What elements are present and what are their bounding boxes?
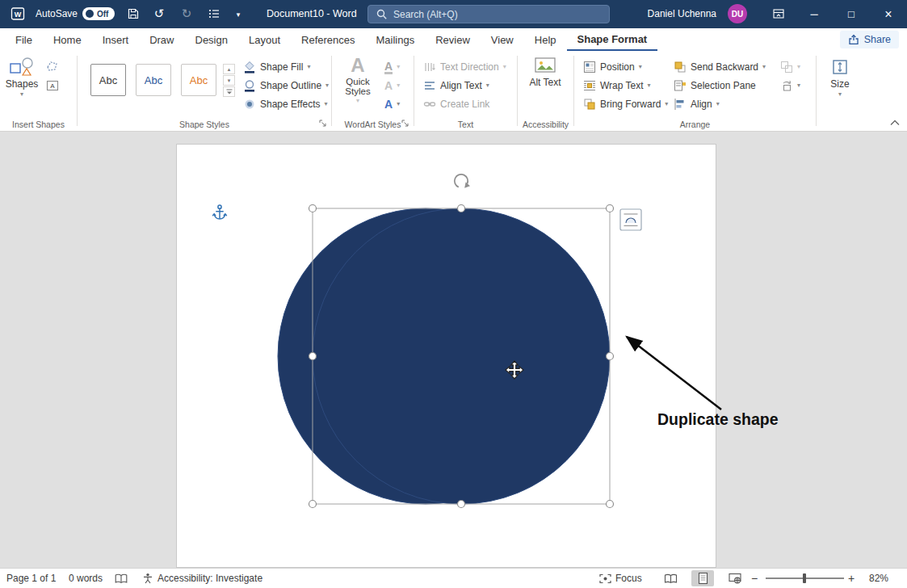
print-layout-icon bbox=[698, 572, 708, 585]
resize-handle-bottom-center[interactable] bbox=[458, 501, 465, 508]
resize-handle-middle-left[interactable] bbox=[309, 353, 317, 360]
oval-shape-front[interactable] bbox=[313, 208, 610, 504]
tab-references[interactable]: References bbox=[291, 28, 365, 51]
tab-mailings[interactable]: Mailings bbox=[366, 28, 426, 51]
chevron-up-icon bbox=[890, 120, 900, 126]
zoom-slider-thumb[interactable] bbox=[803, 573, 806, 583]
align-button[interactable]: Align ▾ bbox=[671, 95, 722, 113]
zoom-level[interactable]: 82% bbox=[869, 569, 888, 588]
word-app-icon[interactable]: W bbox=[10, 6, 25, 24]
chevron-down-icon: ▾ bbox=[648, 82, 651, 89]
position-icon bbox=[583, 61, 596, 74]
view-print-layout-button[interactable] bbox=[691, 570, 714, 586]
text-effects-button[interactable]: A ▾ bbox=[382, 95, 402, 113]
save-button[interactable] bbox=[123, 5, 144, 23]
redo-button[interactable]: ↻ bbox=[176, 5, 197, 23]
align-text-button[interactable]: Align Text ▾ bbox=[421, 77, 492, 94]
view-read-mode-button[interactable] bbox=[659, 570, 682, 586]
group-text: Text Direction ▾ Align Text ▾ Create Lin… bbox=[414, 51, 517, 132]
styles-scroll-up-button[interactable]: ▴ bbox=[223, 64, 235, 74]
shape-fill-button[interactable]: Shape Fill ▾ bbox=[241, 58, 313, 76]
statusbar: Page 1 of 1 0 words Accessibility: Inves… bbox=[0, 568, 907, 588]
shape-outline-button[interactable]: Shape Outline ▾ bbox=[241, 77, 331, 94]
shapes-label: Shapes bbox=[6, 78, 39, 90]
quick-access-list-button[interactable] bbox=[204, 5, 225, 23]
focus-button[interactable]: Focus bbox=[599, 569, 642, 588]
tab-insert[interactable]: Insert bbox=[92, 28, 140, 51]
resize-handle-top-right[interactable] bbox=[607, 205, 614, 212]
chevron-down-icon: ▾ bbox=[503, 64, 506, 70]
alt-text-button[interactable]: Alt Text bbox=[528, 57, 562, 88]
send-backward-button[interactable]: Send Backward ▾ bbox=[671, 58, 768, 76]
shape-style-preset-1[interactable]: Abc bbox=[90, 64, 126, 96]
account-name[interactable]: Daniel Uchenna bbox=[648, 8, 716, 19]
maximize-button[interactable]: □ bbox=[833, 0, 870, 28]
page-indicator[interactable]: Page 1 of 1 bbox=[6, 569, 56, 588]
selection-pane-button[interactable]: Selection Pane bbox=[671, 77, 758, 94]
size-button[interactable]: Size ▾ bbox=[821, 57, 859, 98]
wrap-text-button[interactable]: Wrap Text ▾ bbox=[581, 77, 653, 94]
quick-styles-button[interactable]: A Quick Styles ▾ bbox=[338, 56, 377, 104]
styles-gallery-more-button[interactable] bbox=[223, 86, 235, 97]
tab-view[interactable]: View bbox=[481, 28, 524, 51]
close-button[interactable]: × bbox=[870, 0, 907, 28]
text-box-button[interactable]: A bbox=[44, 77, 61, 94]
word-count[interactable]: 0 words bbox=[69, 569, 103, 588]
avatar[interactable]: DU bbox=[728, 4, 747, 23]
view-web-layout-button[interactable] bbox=[724, 570, 746, 586]
resize-handle-bottom-right[interactable] bbox=[607, 501, 614, 508]
styles-scroll-down-button[interactable]: ▾ bbox=[223, 75, 235, 86]
edit-shape-button[interactable] bbox=[44, 57, 61, 75]
position-button[interactable]: Position ▾ bbox=[581, 58, 645, 76]
rotation-handle[interactable] bbox=[455, 174, 470, 188]
tab-draw[interactable]: Draw bbox=[139, 28, 184, 51]
text-direction-label: Text Direction bbox=[440, 61, 499, 73]
customize-qat-button[interactable]: ▾ bbox=[228, 6, 249, 23]
resize-handle-top-center[interactable] bbox=[458, 205, 465, 212]
accessibility-status[interactable]: Accessibility: Investigate bbox=[142, 569, 262, 588]
autosave-toggle[interactable]: Off bbox=[82, 7, 115, 20]
tab-layout[interactable]: Layout bbox=[238, 28, 291, 51]
tab-file[interactable]: File bbox=[5, 28, 43, 51]
gallery-more-icon bbox=[226, 89, 233, 95]
tab-home[interactable]: Home bbox=[43, 28, 92, 51]
shape-effects-button[interactable]: Shape Effects ▾ bbox=[241, 95, 330, 113]
autosave-knob-icon bbox=[86, 10, 94, 18]
zoom-out-button[interactable]: − bbox=[751, 569, 758, 588]
bring-forward-button[interactable]: Bring Forward ▾ bbox=[581, 95, 670, 113]
wrap-text-label: Wrap Text bbox=[600, 80, 644, 91]
share-button[interactable]: Share bbox=[840, 31, 899, 48]
list-icon bbox=[208, 7, 220, 20]
create-link-button[interactable]: Create Link bbox=[421, 95, 492, 113]
search-placeholder: Search (Alt+Q) bbox=[393, 9, 458, 20]
tab-design[interactable]: Design bbox=[185, 28, 238, 51]
shape-style-preset-3[interactable]: Abc bbox=[181, 64, 216, 96]
ribbon-display-options-button[interactable] bbox=[768, 5, 789, 23]
tab-help[interactable]: Help bbox=[524, 28, 567, 51]
ribbon-display-icon bbox=[772, 7, 785, 20]
zoom-in-button[interactable]: + bbox=[848, 569, 855, 588]
text-outline-button[interactable]: A ▾ bbox=[382, 77, 402, 94]
collapse-ribbon-button[interactable] bbox=[888, 117, 902, 128]
undo-button[interactable]: ↺ bbox=[149, 5, 170, 23]
resize-handle-bottom-left[interactable] bbox=[309, 501, 317, 508]
shape-fill-icon bbox=[243, 61, 256, 74]
undo-icon: ↺ bbox=[154, 6, 165, 21]
resize-handle-middle-right[interactable] bbox=[607, 353, 614, 360]
text-fill-button[interactable]: A ▾ bbox=[382, 58, 402, 76]
rotate-objects-button[interactable]: ▾ bbox=[778, 77, 803, 94]
resize-handle-top-left[interactable] bbox=[309, 205, 317, 212]
shape-style-preset-2[interactable]: Abc bbox=[136, 64, 171, 96]
group-objects-button[interactable]: ▾ bbox=[778, 58, 803, 76]
web-layout-icon bbox=[729, 573, 741, 584]
layout-options-button[interactable] bbox=[620, 209, 641, 230]
chevron-down-icon: ▾ bbox=[486, 82, 489, 89]
search-input[interactable]: Search (Alt+Q) bbox=[367, 5, 610, 23]
minimize-button[interactable]: ─ bbox=[796, 0, 833, 28]
proofing-button[interactable] bbox=[115, 569, 128, 588]
tab-shape-format[interactable]: Shape Format bbox=[567, 28, 658, 51]
wrap-text-icon bbox=[583, 79, 596, 92]
text-direction-button[interactable]: Text Direction ▾ bbox=[421, 58, 509, 76]
tab-review[interactable]: Review bbox=[425, 28, 481, 51]
shapes-button[interactable]: Shapes ▾ bbox=[3, 56, 40, 98]
